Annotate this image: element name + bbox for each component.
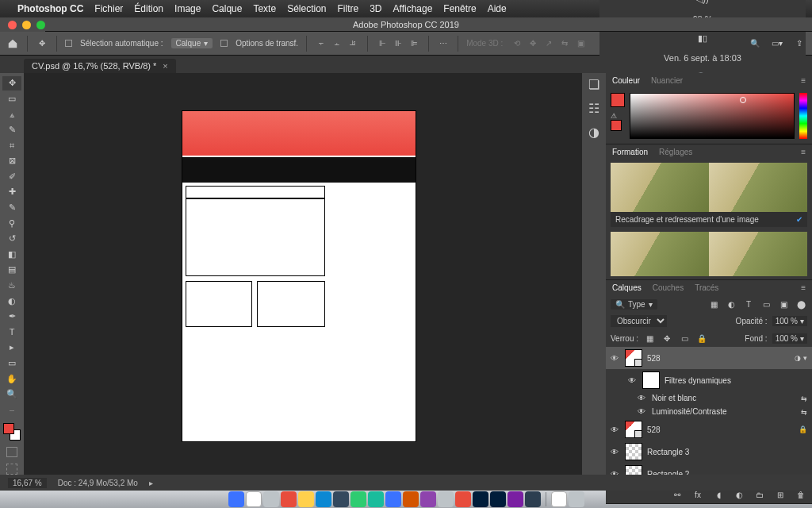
close-tab-icon[interactable]: × <box>163 61 167 71</box>
quickmask-toggle[interactable] <box>6 447 17 458</box>
blur-tool[interactable]: ♨ <box>2 279 21 293</box>
layer-name[interactable]: 528 <box>647 425 661 434</box>
background-swatch[interactable] <box>611 120 622 131</box>
layer-thumb[interactable] <box>625 421 642 438</box>
volume-icon[interactable]: ◁)) <box>696 0 708 5</box>
tab-learn[interactable]: Formation <box>612 148 648 156</box>
layers-panel-menu-icon[interactable]: ≡ <box>801 283 806 292</box>
dock-app-calendar[interactable] <box>281 491 297 507</box>
layer-thumb[interactable] <box>642 371 660 389</box>
visibility-icon[interactable]: 👁 <box>628 376 638 385</box>
dock-app-illustrator[interactable] <box>490 491 506 507</box>
eyedropper-tool[interactable]: ✐ <box>2 170 21 184</box>
dock-app-onenote[interactable] <box>420 491 436 507</box>
layer-row[interactable]: 👁 528 🔒 <box>606 418 812 441</box>
transform-controls-checkbox[interactable] <box>220 40 228 47</box>
menu-filter[interactable]: Filtre <box>338 3 359 14</box>
menu-file[interactable]: Fichier <box>94 3 123 14</box>
layer-filter-type[interactable]: 🔍 Type ▾ <box>611 299 657 310</box>
properties-panel-icon[interactable]: ☷ <box>588 102 600 114</box>
tab-swatches[interactable]: Nuancier <box>651 76 683 85</box>
menu-edit[interactable]: Édition <box>134 3 163 14</box>
hand-tool[interactable]: ✋ <box>2 371 21 386</box>
tutorial-thumbnail-1[interactable] <box>611 163 807 212</box>
foreground-swatch[interactable] <box>611 93 625 107</box>
crop-tool[interactable]: ⌗ <box>2 138 21 152</box>
battery-icon[interactable]: ▮▯ <box>698 33 707 44</box>
dock-app-indesign[interactable] <box>508 491 523 507</box>
align-bottom-icon[interactable]: ⫡ <box>347 37 359 50</box>
tutorial-thumbnail-2[interactable] <box>611 232 807 276</box>
quick-select-tool[interactable]: ✎ <box>2 123 21 137</box>
dock-app-acrobat[interactable] <box>455 491 471 507</box>
move-tool-icon[interactable]: ✥ <box>36 37 48 50</box>
gradient-tool[interactable]: ▤ <box>2 263 21 277</box>
layer-row[interactable]: 👁 Filtres dynamiques <box>606 369 812 391</box>
dock-app-photoshop[interactable] <box>473 491 488 507</box>
layer-name[interactable]: 528 <box>647 354 661 363</box>
color-field[interactable] <box>630 93 795 139</box>
layer-thumb[interactable] <box>625 349 642 367</box>
filter-edit-icon[interactable]: ⇆ <box>801 408 807 416</box>
dock-app-excel[interactable] <box>368 491 384 507</box>
document-tab[interactable]: CV.psd @ 16,7% (528, RVB/8) * × <box>24 59 176 73</box>
lock-pixels-icon[interactable]: ▦ <box>643 332 656 344</box>
layer-thumb[interactable] <box>625 443 642 460</box>
share-icon[interactable]: ⇪ <box>793 37 806 50</box>
visibility-icon[interactable]: 👁 <box>611 425 620 434</box>
eraser-tool[interactable]: ◧ <box>2 248 21 262</box>
blend-mode-select[interactable]: Obscurcir <box>611 315 667 327</box>
distribute-icon[interactable]: ⋯ <box>437 37 450 50</box>
filter-pixel-icon[interactable]: ▦ <box>707 298 720 310</box>
close-window-button[interactable] <box>8 21 17 29</box>
filter-toggle-icon[interactable]: ⬤ <box>795 298 807 310</box>
layer-row[interactable]: 👁 Noir et blanc ⇆ <box>606 391 812 405</box>
pen-tool[interactable]: ✒ <box>2 310 21 324</box>
menu-help[interactable]: Aide <box>488 3 507 14</box>
menu-select[interactable]: Sélection <box>287 3 326 14</box>
menu-3d[interactable]: 3D <box>370 3 381 14</box>
clock[interactable]: Ven. 6 sept. à 18:03 <box>664 53 741 63</box>
lock-all-icon[interactable]: 🔒 <box>695 332 708 344</box>
hue-slider[interactable] <box>799 93 807 139</box>
dock-app-safari[interactable] <box>246 491 262 507</box>
align-left-icon[interactable]: ⊩ <box>376 37 389 50</box>
shape-tool[interactable]: ▭ <box>2 356 21 371</box>
history-panel-icon[interactable]: ❏ <box>588 78 600 90</box>
menu-layer[interactable]: Calque <box>212 3 242 14</box>
layer-row[interactable]: 👁 Luminosité/Contraste ⇆ <box>606 405 812 418</box>
visibility-icon[interactable]: 👁 <box>638 394 647 402</box>
visibility-icon[interactable]: 👁 <box>638 407 647 416</box>
layer-row[interactable]: 👁 528 ◑ ▾ <box>606 347 812 369</box>
tab-color[interactable]: Couleur <box>612 76 640 85</box>
canvas[interactable] <box>24 73 582 475</box>
dodge-tool[interactable]: ◐ <box>2 294 21 308</box>
stamp-tool[interactable]: ⚲ <box>2 216 21 230</box>
filter-adjust-icon[interactable]: ◐ <box>725 298 737 310</box>
lock-artboard-icon[interactable]: ▭ <box>678 332 691 344</box>
fill-input[interactable]: 100 % ▾ <box>772 333 807 344</box>
menu-image[interactable]: Image <box>174 3 201 14</box>
menu-window[interactable]: Fenêtre <box>443 3 476 14</box>
auto-select-target-dropdown[interactable]: Calque▾ <box>171 38 213 48</box>
align-vcenter-icon[interactable]: ⫠ <box>331 37 343 50</box>
move-tool[interactable]: ✥ <box>2 76 21 90</box>
dock-app-finder[interactable] <box>228 491 244 507</box>
dock-app-appstore[interactable] <box>316 491 331 507</box>
dock-app-notes[interactable] <box>298 491 314 507</box>
opacity-input[interactable]: 100 % ▾ <box>772 316 807 326</box>
zoom-window-button[interactable] <box>36 21 45 29</box>
path-select-tool[interactable]: ▸ <box>2 341 21 355</box>
menu-text[interactable]: Texte <box>253 3 276 14</box>
zoom-tool[interactable]: 🔍 <box>2 387 21 402</box>
learn-panel-menu-icon[interactable]: ≡ <box>801 148 806 156</box>
workspace-icon[interactable]: ▭▾ <box>771 37 783 50</box>
align-right-icon[interactable]: ⊫ <box>408 37 420 50</box>
lock-position-icon[interactable]: ✥ <box>661 332 673 344</box>
filter-shape-icon[interactable]: ▭ <box>760 298 772 310</box>
align-top-icon[interactable]: ⫟ <box>315 37 327 50</box>
color-swatches[interactable] <box>3 423 21 441</box>
lasso-tool[interactable]: ⟁ <box>2 107 21 121</box>
dock-app-word[interactable] <box>385 491 401 507</box>
dock-app-messages[interactable] <box>350 491 366 507</box>
